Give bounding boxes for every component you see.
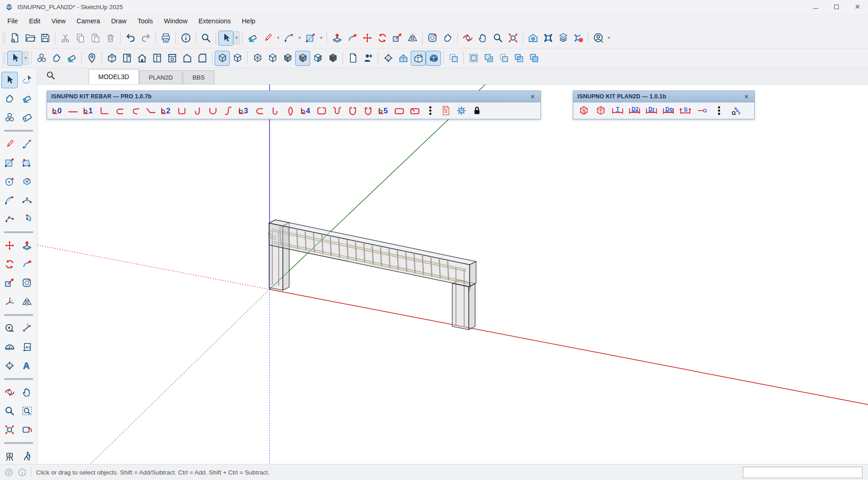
main-zoom-search-icon[interactable] xyxy=(198,31,213,46)
main-select-dropdown[interactable]: ▼ xyxy=(233,31,240,45)
view-trim-icon[interactable] xyxy=(511,51,526,66)
palette-axes-compass-icon[interactable]: CA-B xyxy=(1,357,18,374)
rebar-rebar-group-2-icon[interactable]: 2 xyxy=(159,104,174,117)
geolocation-status-icon[interactable] xyxy=(5,468,13,477)
view-house-3d-icon[interactable] xyxy=(104,51,119,66)
plan2d-menu-dots-icon[interactable] xyxy=(711,104,726,117)
menu-edit[interactable]: Edit xyxy=(23,16,46,27)
view-add-person-icon[interactable] xyxy=(360,51,376,66)
menu-tools[interactable]: Tools xyxy=(132,16,159,27)
view-new-scene-doc-icon[interactable] xyxy=(345,51,360,66)
palette-three-d-text-icon[interactable]: A xyxy=(19,357,35,374)
view-eraser-icon[interactable] xyxy=(64,51,79,66)
rebar-bar-u-round-icon[interactable] xyxy=(205,104,220,117)
view-geolocation-icon[interactable] xyxy=(84,51,99,66)
main-select-icon[interactable] xyxy=(218,31,233,46)
palette-pan-icon[interactable] xyxy=(19,384,35,400)
rebar-stirrup-closed-icon[interactable] xyxy=(392,104,407,117)
main-line-pencil-icon[interactable] xyxy=(260,31,275,46)
palette-zoom-extents-icon[interactable] xyxy=(1,421,18,438)
palette-tape-measure-icon[interactable] xyxy=(1,320,18,336)
close-button[interactable]: ✕ xyxy=(847,0,868,14)
view-glass-house-icon[interactable] xyxy=(396,51,411,66)
main-paste-icon[interactable] xyxy=(88,31,103,46)
rebar-bar-c-icon[interactable] xyxy=(252,104,267,117)
main-offset-icon[interactable] xyxy=(425,31,440,46)
main-line-pencil-dropdown[interactable]: ▼ xyxy=(275,31,281,46)
main-push-pull-icon[interactable] xyxy=(329,31,344,46)
palette-move-icon[interactable] xyxy=(1,237,18,254)
rebar-kit-close-icon[interactable]: ✕ xyxy=(529,93,536,100)
rebar-bar-l-icon[interactable] xyxy=(96,104,111,117)
menu-camera[interactable]: Camera xyxy=(71,16,106,27)
rebar-bar-hook-135-icon[interactable] xyxy=(127,104,143,117)
minimize-button[interactable] xyxy=(805,0,826,14)
menu-window[interactable]: Window xyxy=(159,16,193,27)
view-panel-icon[interactable] xyxy=(195,51,210,66)
plan2d-cube-3d-icon[interactable]: 3D xyxy=(576,104,591,117)
palette-follow-me-icon[interactable] xyxy=(19,256,35,272)
rebar-stirrup-flared-icon[interactable] xyxy=(329,104,344,117)
view-split-icon[interactable] xyxy=(526,51,541,66)
view-outer-shell-icon[interactable] xyxy=(446,51,461,66)
main-delete-icon[interactable] xyxy=(103,31,118,46)
view-style-xray-icon[interactable] xyxy=(215,51,230,66)
rebar-bar-bend-icon[interactable] xyxy=(143,104,158,117)
main-copy-icon[interactable] xyxy=(73,31,88,46)
palette-paint-bucket-icon[interactable] xyxy=(1,91,18,107)
menu-draw[interactable]: Draw xyxy=(106,16,132,27)
palette-rectangle-icon[interactable] xyxy=(1,155,18,171)
palette-zoom-window-icon[interactable] xyxy=(19,403,35,419)
view-style-shaded-icon[interactable] xyxy=(280,51,295,66)
palette-offset-icon[interactable] xyxy=(19,275,35,291)
rebar-bar-j-mirror-icon[interactable] xyxy=(267,104,282,117)
palette-lasso-icon[interactable] xyxy=(19,72,35,88)
palette-dimensions-icon[interactable]: 3 xyxy=(19,320,35,336)
palette-components-icon[interactable] xyxy=(1,109,18,126)
palette-protractor-icon[interactable] xyxy=(1,339,18,355)
plan2d-dim-s-icon[interactable]: S xyxy=(677,104,693,117)
rebar-bar-hook-180-icon[interactable] xyxy=(112,104,127,117)
plan2d-bbs-icon[interactable]: BBS xyxy=(728,104,743,117)
plan2d-dim-dr-icon[interactable]: Dr xyxy=(644,104,659,117)
plan2d-kit-close-icon[interactable]: ✕ xyxy=(743,93,750,100)
main-rotate-icon[interactable] xyxy=(375,31,390,46)
main-print-icon[interactable] xyxy=(158,31,173,46)
rebar-rebar-group-3-icon[interactable]: 3 xyxy=(236,104,251,117)
tab-model3d[interactable]: MODEL3D xyxy=(89,69,139,84)
main-follow-me-icon[interactable] xyxy=(344,31,360,46)
menu-help[interactable]: Help xyxy=(236,16,261,27)
plan2d-dim-dg-icon[interactable]: Dg xyxy=(661,104,676,117)
main-eraser-icon[interactable] xyxy=(245,31,260,46)
main-scale-icon[interactable] xyxy=(390,31,405,46)
measurements-input[interactable] xyxy=(743,467,863,478)
rebar-bar-oval-icon[interactable] xyxy=(283,104,298,117)
view-intersect-icon[interactable] xyxy=(466,51,481,66)
palette-scale-icon[interactable] xyxy=(1,275,18,291)
view-style-hidden-line-icon[interactable] xyxy=(265,51,280,66)
main-move-icon[interactable] xyxy=(360,31,375,46)
rebar-settings-gear-icon[interactable] xyxy=(454,104,469,117)
palette-position-camera-icon[interactable] xyxy=(1,448,18,464)
rebar-license-lock-icon[interactable] xyxy=(469,104,484,117)
palette-arc-icon[interactable] xyxy=(1,192,18,208)
main-open-file-icon[interactable] xyxy=(22,31,37,46)
rebar-stirrup-hook-rect-icon[interactable] xyxy=(407,104,422,117)
main-rectangle-dropdown[interactable]: ▼ xyxy=(318,31,324,46)
view-cabinet-icon[interactable] xyxy=(149,51,164,66)
view-roof-outline-icon[interactable] xyxy=(180,51,195,66)
rebar-stirrup-hooks-b-icon[interactable] xyxy=(360,104,376,117)
toolbar-grip[interactable] xyxy=(2,32,6,44)
view-axes-compass-icon[interactable]: CA-B xyxy=(381,51,396,66)
tab-plan2d[interactable]: PLAN2D xyxy=(139,70,183,84)
palette-circle-icon[interactable] xyxy=(1,173,18,190)
viewport-canvas[interactable]: ISNUPNO KIT REBAR — PRO 1.0.7b ✕ 012345 … xyxy=(37,85,868,464)
view-walkthrough-a-icon[interactable] xyxy=(411,51,426,66)
main-extension-warehouse-icon[interactable] xyxy=(525,31,540,46)
rebar-kit-titlebar[interactable]: ISNUPNO KIT REBAR — PRO 1.0.7b ✕ xyxy=(47,91,540,102)
main-zoom-extents-icon[interactable] xyxy=(505,31,520,46)
palette-zoom-icon[interactable] xyxy=(1,403,18,419)
rebar-rebar-group-5-icon[interactable]: 5 xyxy=(376,104,391,117)
maximize-button[interactable] xyxy=(826,0,847,14)
view-style-textured-icon[interactable] xyxy=(325,51,340,66)
